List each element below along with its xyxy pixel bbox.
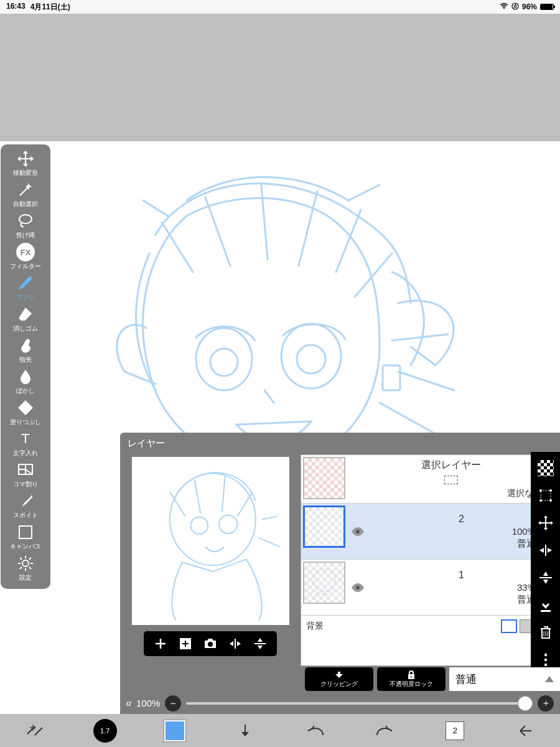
- delete-layer-button[interactable]: [533, 620, 558, 645]
- tool-blur-label: ぼかし: [16, 387, 35, 395]
- back-button[interactable]: [490, 714, 561, 747]
- tool-fx[interactable]: FX フィルター: [3, 242, 48, 273]
- svg-point-27: [544, 654, 546, 656]
- svg-point-22: [539, 489, 542, 492]
- svg-text:T: T: [21, 431, 29, 446]
- svg-text:α: α: [410, 675, 413, 679]
- selection-layer-thumb: [303, 457, 345, 499]
- tool-wand-label: 自動選択: [13, 200, 38, 209]
- redo-button[interactable]: [350, 714, 421, 747]
- svg-point-24: [539, 499, 542, 502]
- layer-row-2[interactable]: 2 100% 普通: [301, 504, 559, 560]
- rotation-lock-icon: [511, 2, 519, 12]
- save-button[interactable]: [210, 714, 281, 747]
- svg-point-17: [208, 642, 213, 647]
- move-layer-button[interactable]: [533, 510, 558, 535]
- tool-wand[interactable]: 自動選択: [3, 179, 48, 210]
- tool-move-label: 移動変形: [13, 169, 38, 177]
- svg-point-15: [218, 515, 237, 534]
- svg-point-4: [281, 324, 341, 388]
- layer-name-1: 1: [459, 570, 464, 581]
- layer-thumb-2: [303, 505, 345, 548]
- tool-move[interactable]: 移動変形: [3, 148, 48, 179]
- tool-text-label: 文字入れ: [13, 449, 38, 458]
- clipping-button[interactable]: クリッピング: [305, 667, 373, 691]
- svg-point-20: [356, 586, 360, 590]
- alpha-decrease-button[interactable]: −: [165, 695, 181, 712]
- background-row[interactable]: 背景: [301, 616, 559, 637]
- brush-size-value: 1.7: [100, 727, 110, 735]
- svg-point-29: [544, 664, 546, 666]
- tool-canvas-label: キャンバス: [10, 542, 41, 551]
- layer-actions-strip: [531, 452, 560, 676]
- tool-fx-label: フィルター: [10, 262, 41, 271]
- tool-brush[interactable]: ブラシ: [3, 273, 48, 304]
- layer-row-1[interactable]: 1 33% 普通: [301, 560, 559, 616]
- add-photo-layer-button[interactable]: [175, 635, 196, 652]
- tool-eraser[interactable]: 消しゴム: [3, 304, 48, 335]
- flip-h-button[interactable]: [225, 635, 246, 652]
- selection-layer-row[interactable]: 選択レイヤー 選択なし: [301, 455, 559, 504]
- tool-lasso-label: 投げ縄: [16, 231, 35, 240]
- opacity-lock-button[interactable]: α 不透明度ロック: [377, 667, 446, 691]
- layer-controls-row: クリッピング α 不透明度ロック 普通: [305, 667, 560, 691]
- brush-size-button[interactable]: 1.7: [70, 714, 141, 747]
- alpha-row: α 100% − ＋: [120, 692, 560, 714]
- layer-count-value: 2: [453, 726, 457, 735]
- svg-rect-2: [514, 6, 516, 7]
- status-bar: 16:43 4月11日(土) 96%: [0, 0, 560, 14]
- bg-white[interactable]: [501, 619, 517, 633]
- alpha-slider-knob[interactable]: [518, 696, 533, 711]
- flip-v-button[interactable]: [250, 635, 271, 652]
- svg-point-19: [313, 569, 335, 591]
- layer-preview[interactable]: [132, 457, 289, 625]
- color-button[interactable]: [140, 714, 210, 747]
- tool-smudge-label: 指先: [19, 355, 32, 364]
- layer-panel-title: レイヤー: [120, 433, 560, 454]
- svg-point-18: [356, 530, 360, 533]
- tool-canvas[interactable]: キャンバス: [3, 522, 48, 553]
- blend-mode-select[interactable]: 普通: [449, 667, 560, 691]
- tool-text[interactable]: T 文字入れ: [3, 428, 48, 459]
- layer-visibility-1[interactable]: [347, 560, 368, 615]
- status-date: 4月11日(土): [30, 2, 70, 12]
- tool-settings[interactable]: 設定: [3, 553, 48, 584]
- alpha-increase-button[interactable]: ＋: [538, 695, 554, 712]
- layer-name-2: 2: [459, 514, 464, 525]
- tool-settings-label: 設定: [19, 573, 32, 582]
- status-time: 16:43: [6, 2, 26, 12]
- svg-point-23: [549, 489, 552, 492]
- layer-flip-v-button[interactable]: [533, 565, 558, 590]
- layers-button[interactable]: 2: [420, 714, 490, 747]
- current-color-swatch: [164, 720, 185, 741]
- tool-blur[interactable]: ぼかし: [3, 366, 48, 397]
- selection-bounds-icon: [444, 476, 458, 484]
- tool-lasso[interactable]: 投げ縄: [3, 210, 48, 242]
- bottom-bar: 1.7 2: [0, 714, 560, 747]
- stabilizer-button[interactable]: [0, 714, 70, 747]
- tool-frame-label: コマ割り: [13, 480, 38, 489]
- transform-layer-button[interactable]: [533, 483, 558, 508]
- alpha-slider[interactable]: [186, 702, 533, 705]
- undo-button[interactable]: [280, 714, 350, 747]
- tool-eyedropper[interactable]: スポイト: [3, 491, 48, 522]
- tool-eraser-label: 消しゴム: [13, 324, 38, 333]
- tool-eyedropper-label: スポイト: [13, 511, 38, 520]
- svg-point-0: [503, 8, 505, 9]
- tool-frame[interactable]: コマ割り: [3, 459, 48, 491]
- layer-flip-h-button[interactable]: [533, 538, 558, 563]
- tool-fill[interactable]: 塗りつぶし: [3, 397, 48, 428]
- svg-point-12: [22, 560, 29, 566]
- camera-button[interactable]: [200, 635, 221, 652]
- battery-icon: [540, 4, 554, 10]
- merge-down-button[interactable]: [533, 593, 558, 618]
- layer-list: 選択レイヤー 選択なし 2 100% 普通: [301, 454, 560, 666]
- layer-visibility-2[interactable]: [347, 504, 368, 559]
- svg-point-25: [549, 499, 552, 502]
- alpha-value: 100%: [136, 698, 160, 708]
- add-layer-button[interactable]: [150, 635, 171, 652]
- checker-toggle-button[interactable]: [533, 456, 558, 481]
- selection-layer-title: 選択レイヤー: [421, 459, 481, 472]
- tool-smudge[interactable]: 指先: [3, 335, 48, 366]
- svg-rect-21: [541, 491, 551, 500]
